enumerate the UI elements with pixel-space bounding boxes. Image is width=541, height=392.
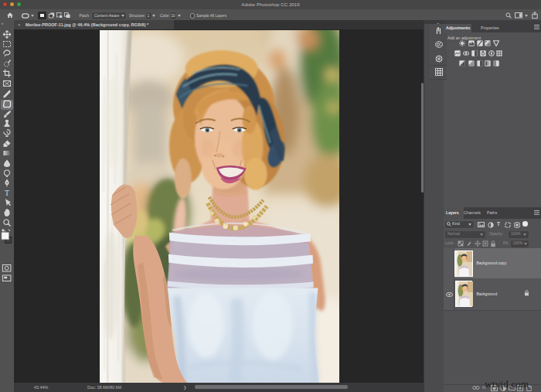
svg-text:T: T <box>5 189 9 197</box>
